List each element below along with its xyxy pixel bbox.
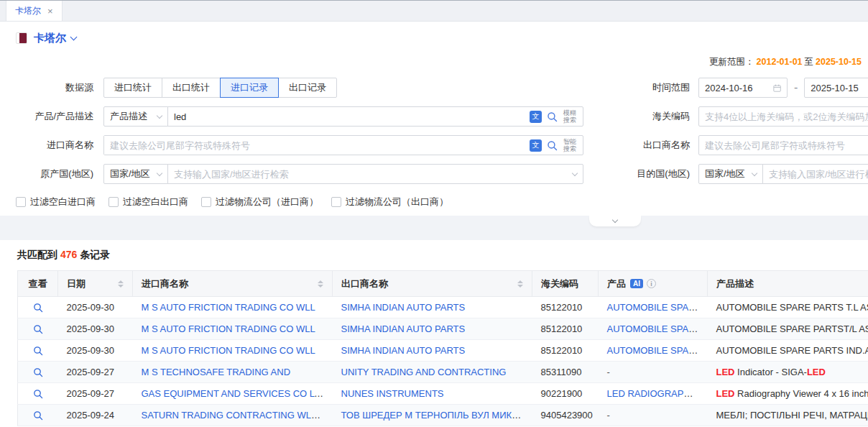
smart-search-label[interactable]: 智能搜索 xyxy=(563,138,577,153)
date-range-separator: - xyxy=(794,81,798,94)
origin-country-input[interactable] xyxy=(168,165,573,183)
exporter-link[interactable]: SIMHA INDIAN AUTO PARTS xyxy=(341,345,466,356)
btn-export-statistics[interactable]: 出口统计 xyxy=(162,78,221,98)
view-magnifier-icon[interactable] xyxy=(33,303,43,313)
product-link[interactable]: AUTOMOBILE SPARE P... xyxy=(607,323,708,334)
table-row: 2025-09-30M S AUTO FRICTION TRADING CO W… xyxy=(18,340,868,362)
ai-badge: AI xyxy=(630,279,643,288)
qatar-flag-icon xyxy=(16,32,27,44)
checkbox-icon[interactable] xyxy=(331,197,341,207)
product-cell: LED RADIOGRAPHY VI... xyxy=(599,383,708,405)
date-cell: 2025-09-27 xyxy=(58,383,133,405)
importer-link[interactable]: M S AUTO FRICTION TRADING CO WLL xyxy=(142,302,315,313)
product-field-select[interactable]: 产品描述 xyxy=(103,106,168,127)
tab-qatar[interactable]: 卡塔尔 × xyxy=(6,1,63,21)
chevron-down-icon xyxy=(572,170,578,175)
desc-segment: LED xyxy=(807,367,826,377)
exporter-search-input[interactable] xyxy=(698,135,868,155)
hs-code-input[interactable] xyxy=(698,106,868,127)
product-search-field: 文 模糊搜索 xyxy=(167,106,583,127)
exporter-link[interactable]: UNITY TRADING AND CONTRACTING xyxy=(341,367,507,377)
table-row: 2025-09-30M S AUTO FRICTION TRADING CO W… xyxy=(18,318,868,340)
btn-import-statistics[interactable]: 进口统计 xyxy=(103,78,162,98)
info-icon[interactable]: i xyxy=(647,279,656,288)
translate-icon[interactable]: 文 xyxy=(530,111,542,123)
view-magnifier-icon[interactable] xyxy=(33,346,43,356)
origin-country-select[interactable]: 国家/地区 xyxy=(103,164,168,184)
exporter-link[interactable]: SIMHA INDIAN AUTO PARTS xyxy=(341,302,466,313)
checkbox-label: 过滤物流公司（出口商） xyxy=(346,196,448,208)
importer-link[interactable]: M S AUTO FRICTION TRADING CO WLL xyxy=(142,345,315,356)
view-cell[interactable] xyxy=(18,340,58,362)
data-source-label: 数据源 xyxy=(0,81,103,94)
btn-import-records[interactable]: 进口记录 xyxy=(220,78,279,98)
destination-country-select[interactable]: 国家/地区 xyxy=(698,164,763,184)
importer-search-input[interactable] xyxy=(104,136,530,155)
smart-search-icon[interactable] xyxy=(547,140,558,151)
product-search-input[interactable] xyxy=(168,107,530,126)
panel-divider-band xyxy=(0,216,868,240)
desc-segment: AUTOMOBILE SPARE PARTS IND.ASS... xyxy=(716,345,868,356)
importer-cell: GAS EQUIPMENT AND SERVICES CO LTD xyxy=(133,383,333,405)
view-cell[interactable] xyxy=(18,362,58,383)
importer-link[interactable]: SATURN TRADING CONTRACTING WLL BUI... xyxy=(142,410,333,421)
product-cell: AUTOMOBILE SPARE P... xyxy=(599,297,708,318)
checkbox-filter-logistics-importer[interactable]: 过滤物流公司（进口商） xyxy=(201,196,318,208)
chevron-down-icon xyxy=(752,170,757,175)
view-cell[interactable] xyxy=(18,297,58,318)
country-chevron-down-icon[interactable] xyxy=(70,33,78,40)
view-cell[interactable] xyxy=(18,383,58,405)
sort-icons[interactable] xyxy=(318,280,323,288)
checkbox-icon[interactable] xyxy=(16,197,26,207)
view-magnifier-icon[interactable] xyxy=(33,410,43,421)
date-from-input[interactable] xyxy=(698,78,788,98)
checkbox-icon[interactable] xyxy=(201,197,211,207)
exporter-link[interactable]: NUNES INSTRUMENTS xyxy=(341,388,444,399)
date-cell: 2025-09-30 xyxy=(58,340,133,362)
exporter-link[interactable]: SIMHA INDIAN AUTO PARTS xyxy=(341,323,466,334)
view-cell[interactable] xyxy=(18,318,58,340)
product-link[interactable]: AUTOMOBILE SPARE P... xyxy=(607,302,708,313)
sort-icons[interactable] xyxy=(118,280,124,288)
sort-icons[interactable] xyxy=(517,280,523,288)
update-range-prefix: 更新范围： xyxy=(709,57,754,67)
checkbox-icon[interactable] xyxy=(108,197,119,207)
importer-cell: SATURN TRADING CONTRACTING WLL BUI... xyxy=(133,405,333,426)
importer-link[interactable]: M S AUTO FRICTION TRADING CO WLL xyxy=(142,323,315,334)
checkbox-filter-blank-importer[interactable]: 过滤空白进口商 xyxy=(16,196,96,208)
date-from-value[interactable] xyxy=(705,83,770,93)
product-cell: - xyxy=(599,405,708,426)
view-magnifier-icon[interactable] xyxy=(33,324,43,334)
exporter-link[interactable]: ТОВ ШРЕДЕР М ТЕРНОПІЛЬ ВУЛ МИКУЛИ... xyxy=(341,410,532,421)
importer-link[interactable]: GAS EQUIPMENT AND SERVICES CO LTD xyxy=(142,388,327,399)
app: 卡塔尔 × 卡塔尔 更新范围：2012-01-01至2025-10-15 数据源… xyxy=(0,0,868,427)
form-row-importer: 进口商名称 文 智能搜索 出口商名称 xyxy=(0,135,868,155)
collapse-filters-tab[interactable] xyxy=(589,216,641,226)
product-link[interactable]: LED RADIOGRAPHY VI... xyxy=(607,388,708,399)
btn-export-records[interactable]: 出口记录 xyxy=(278,78,337,98)
checkbox-filter-logistics-exporter[interactable]: 过滤物流公司（出口商） xyxy=(331,196,448,208)
translate-icon[interactable]: 文 xyxy=(530,139,542,152)
importer-link[interactable]: M S TECHNOSAFE TRADING AND xyxy=(142,367,291,377)
tab-close-icon[interactable]: × xyxy=(47,6,53,17)
importer-cell: M S AUTO FRICTION TRADING CO WLL xyxy=(133,297,333,318)
fuzzy-search-label[interactable]: 模糊搜索 xyxy=(563,109,577,124)
view-cell[interactable] xyxy=(18,405,58,426)
view-magnifier-icon[interactable] xyxy=(33,367,43,377)
col-label: 产品 xyxy=(607,277,626,290)
origin-country-select-value: 国家/地区 xyxy=(110,167,150,180)
fuzzy-search-icon[interactable] xyxy=(547,111,558,122)
col-label: 日期 xyxy=(67,277,86,290)
date-cell: 2025-09-24 xyxy=(58,405,133,426)
table-row: 2025-09-30M S AUTO FRICTION TRADING CO W… xyxy=(18,297,868,318)
update-range-end-date: 2025-10-15 xyxy=(816,57,862,67)
date-to-value[interactable] xyxy=(811,83,868,93)
checkbox-filter-blank-exporter[interactable]: 过滤空白出口商 xyxy=(108,196,188,208)
view-magnifier-icon[interactable] xyxy=(33,389,43,399)
calendar-icon xyxy=(773,83,781,93)
destination-country-input[interactable] xyxy=(763,165,868,183)
form-row-product: 产品/产品描述 产品描述 文 模糊搜索 xyxy=(0,106,868,127)
date-to-input[interactable] xyxy=(804,78,868,98)
origin-label: 原产国(地区) xyxy=(0,167,103,180)
product-link[interactable]: AUTOMOBILE SPARE P... xyxy=(607,345,708,356)
